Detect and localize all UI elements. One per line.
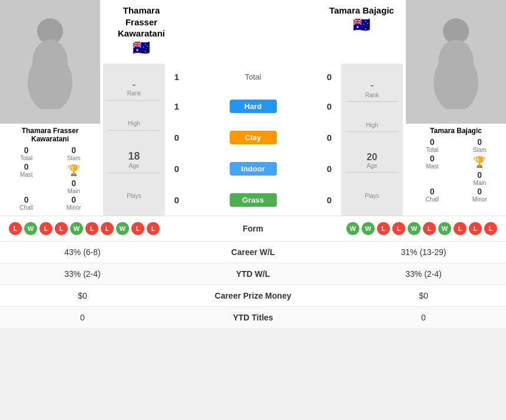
right-rank-label: Rank bbox=[346, 92, 398, 98]
left-flag: 🇦🇺 bbox=[133, 39, 150, 56]
left-player-photo bbox=[0, 0, 100, 124]
left-total-cell: 0 Total bbox=[3, 145, 50, 161]
left-player-silhouette bbox=[21, 15, 80, 109]
form-badge: L bbox=[39, 222, 52, 235]
form-badge: W bbox=[24, 222, 37, 235]
left-form-badges: LWLLWLLWLL bbox=[9, 222, 160, 235]
top-section: Thamara Frasser Kawaratani 0 Total 0 Sla… bbox=[0, 0, 506, 216]
form-badge: L bbox=[377, 222, 390, 235]
right-chall-lbl: Chall bbox=[409, 196, 456, 203]
right-total-lbl: Total bbox=[409, 147, 456, 153]
right-stats-panel: - Rank High 20 Age Plays bbox=[341, 64, 403, 216]
bottom-left-3: 0 bbox=[9, 313, 156, 322]
left-trophy: 🏆 bbox=[51, 162, 98, 178]
left-rank-dash: - bbox=[108, 80, 160, 90]
right-total-val: 0 bbox=[409, 137, 456, 147]
right-slam-cell: 0 Slam bbox=[457, 137, 504, 153]
left-center-name: ThamaraFrasserKawaratani bbox=[106, 5, 177, 39]
left-total-lbl: Total bbox=[3, 155, 50, 161]
form-label: Form bbox=[243, 224, 263, 233]
right-name-flag: Tamara Bajagic 🇦🇺 bbox=[323, 5, 400, 36]
form-badge: L bbox=[469, 222, 482, 235]
left-age-label: Age bbox=[108, 163, 160, 169]
indoor-left-score: 0 bbox=[171, 164, 183, 174]
svg-point-2 bbox=[32, 39, 68, 84]
grass-left-score: 0 bbox=[171, 195, 183, 205]
left-player-block: Thamara Frasser Kawaratani 0 Total 0 Sla… bbox=[0, 0, 100, 216]
left-rank-label: Rank bbox=[108, 90, 160, 97]
form-badge: L bbox=[9, 222, 22, 235]
right-main-val: 0 bbox=[457, 170, 504, 180]
clay-right-score: 0 bbox=[323, 133, 335, 143]
right-age-item: 20 Age bbox=[346, 149, 398, 173]
right-player-photo bbox=[406, 0, 506, 124]
total-row: 1 Total 0 bbox=[171, 70, 335, 84]
bottom-left-1: 33% (2-4) bbox=[9, 269, 156, 279]
middle-content: - Rank High 18 Age Plays bbox=[100, 64, 406, 216]
right-minor-lbl: Minor bbox=[457, 196, 504, 203]
form-badge: W bbox=[408, 222, 421, 235]
form-badge: L bbox=[55, 222, 68, 235]
right-high-label: High bbox=[346, 122, 398, 128]
right-plays-label: Plays bbox=[346, 193, 398, 199]
right-plays-item: Plays bbox=[346, 190, 398, 202]
indoor-right-score: 0 bbox=[323, 164, 335, 174]
left-player-name-below: Thamara Frasser Kawaratani bbox=[3, 127, 97, 143]
left-minor-lbl: Minor bbox=[51, 204, 98, 211]
bottom-stat-row: 0 YTD Titles 0 bbox=[0, 306, 506, 328]
left-age-val: 18 bbox=[108, 150, 160, 163]
hard-right-score: 0 bbox=[323, 101, 335, 111]
grass-right-score: 0 bbox=[323, 195, 335, 205]
surface-scores: 1 Total 0 1 Hard 0 0 Clay 0 bbox=[168, 64, 338, 216]
right-high-item: High bbox=[346, 119, 398, 132]
right-rank-item: - Rank bbox=[346, 77, 398, 102]
bottom-right-0: 31% (13-29) bbox=[350, 247, 497, 257]
form-badge: L bbox=[454, 222, 467, 235]
form-badge: W bbox=[116, 222, 129, 235]
right-player-name-below: Tamara Bajagic bbox=[409, 127, 503, 135]
left-main-lbl: Main bbox=[51, 188, 98, 194]
right-player-block: Tamara Bajagic 0 Total 0 Slam 0 Mast bbox=[406, 0, 506, 216]
left-high-label: High bbox=[108, 120, 160, 127]
total-label: Total bbox=[183, 72, 323, 81]
left-plays-item: Plays bbox=[108, 189, 160, 203]
names-row: ThamaraFrasserKawaratani 🇦🇺 Tamara Bajag… bbox=[100, 0, 406, 64]
indoor-row: 0 Indoor 0 bbox=[171, 160, 335, 178]
left-high-item: High bbox=[108, 117, 160, 131]
grass-row: 0 Grass 0 bbox=[171, 191, 335, 209]
right-center-name: Tamara Bajagic bbox=[323, 5, 400, 16]
right-slam-lbl: Slam bbox=[457, 147, 504, 153]
bottom-right-3: 0 bbox=[350, 313, 497, 322]
form-badge: L bbox=[484, 222, 497, 235]
form-badge: L bbox=[392, 222, 405, 235]
clay-row: 0 Clay 0 bbox=[171, 128, 335, 147]
bottom-label-2: Career Prize Money bbox=[156, 291, 350, 300]
right-total-cell: 0 Total bbox=[409, 137, 456, 153]
bottom-label-3: YTD Titles bbox=[156, 313, 350, 322]
left-slam-cell: 0 Slam bbox=[51, 145, 98, 161]
svg-point-5 bbox=[438, 39, 474, 84]
left-total-val: 0 bbox=[3, 145, 50, 155]
indoor-button[interactable]: Indoor bbox=[230, 162, 277, 176]
total-left-score: 1 bbox=[171, 72, 183, 82]
main-container: Thamara Frasser Kawaratani 0 Total 0 Sla… bbox=[0, 0, 506, 328]
right-minor-cell: 0 Minor bbox=[457, 187, 504, 203]
left-slam-val: 0 bbox=[51, 145, 98, 155]
left-slam-lbl: Slam bbox=[51, 155, 98, 161]
total-right-score: 0 bbox=[323, 72, 335, 82]
center-block: ThamaraFrasserKawaratani 🇦🇺 Tamara Bajag… bbox=[100, 0, 406, 216]
left-main-cell: 0 Main bbox=[51, 178, 98, 194]
right-slam-val: 0 bbox=[457, 137, 504, 147]
left-chall-val: 0 bbox=[3, 195, 50, 204]
left-mast-lbl: Mast bbox=[3, 171, 50, 178]
left-main-val: 0 bbox=[51, 178, 98, 188]
hard-button[interactable]: Hard bbox=[230, 100, 277, 113]
left-mast-val: 0 bbox=[3, 162, 50, 171]
right-stats-grid: 0 Total 0 Slam 0 Mast 🏆 0 bbox=[409, 137, 503, 203]
grass-button[interactable]: Grass bbox=[230, 193, 277, 207]
bottom-stat-row: 33% (2-4) YTD W/L 33% (2-4) bbox=[0, 263, 506, 285]
clay-button[interactable]: Clay bbox=[230, 131, 277, 144]
left-name-flag: ThamaraFrasserKawaratani 🇦🇺 bbox=[106, 5, 177, 59]
form-badge: W bbox=[362, 222, 375, 235]
right-age-val: 20 bbox=[346, 152, 398, 163]
